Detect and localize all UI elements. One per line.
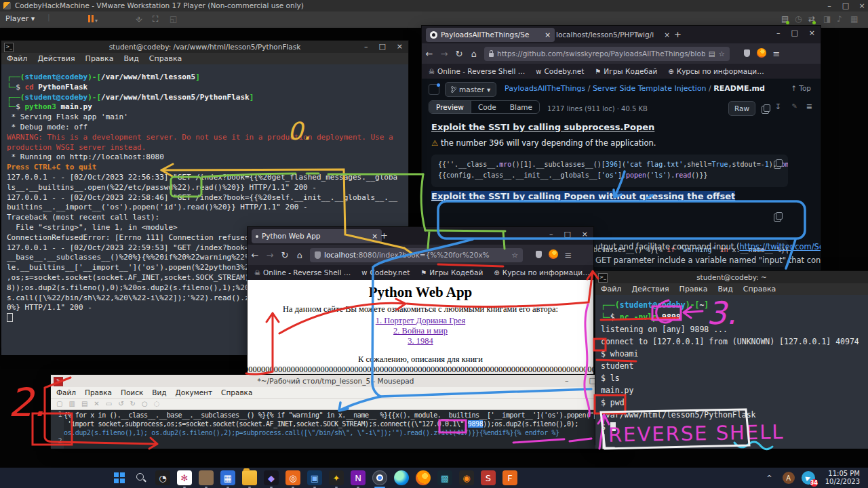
- tab-python-web-app[interactable]: Python Web App ×: [252, 229, 382, 243]
- minimize-button[interactable]: –: [364, 41, 368, 53]
- menu-item[interactable]: Вид: [123, 53, 138, 64]
- breadcrumb-folder[interactable]: Server Side Template Injection: [593, 84, 707, 93]
- bookmark-item[interactable]: wCodeby.net: [536, 67, 584, 75]
- ctrl-alt-del-icon[interactable]: ⎀: [136, 14, 142, 24]
- toolbar-icon[interactable]: ▥: [68, 399, 75, 409]
- bookmark-star-icon[interactable]: ☆: [719, 49, 725, 58]
- forward-button[interactable]: →: [437, 49, 452, 59]
- player-menu[interactable]: Player ▾: [5, 14, 35, 23]
- back-button[interactable]: ←: [422, 49, 437, 59]
- edit-icon[interactable]: ✎: [792, 102, 797, 110]
- tab-blame[interactable]: Blame: [503, 101, 539, 113]
- maximize-button[interactable]: □: [378, 41, 385, 53]
- menu-item[interactable]: Вид: [717, 283, 732, 295]
- mousepad-titlebar[interactable]: ✎ *~/Рабочий стол/tmp_lesson_5 - Mousepa…: [51, 375, 620, 387]
- book-link-3[interactable]: 3. 1984: [408, 336, 433, 346]
- s-app-icon[interactable]: S: [481, 470, 496, 485]
- close-button[interactable]: ×: [397, 41, 403, 53]
- back-to-top-link[interactable]: ↑ Top: [791, 84, 811, 92]
- menu-item[interactable]: Действия: [631, 283, 669, 295]
- menu-item[interactable]: Справка: [221, 387, 252, 398]
- bookmark-item[interactable]: wCodeby.net: [361, 268, 410, 277]
- download-icon[interactable]: ↧: [775, 102, 781, 111]
- url-bar[interactable]: https://github.com/swisskyrepo/PayloadsA…: [484, 47, 730, 61]
- heading-popen-no-offset[interactable]: Exploit the SSTI by calling Popen withou…: [431, 191, 735, 201]
- menu-item[interactable]: Файл: [601, 283, 621, 295]
- vm-clock-status-icon[interactable]: ◷: [795, 14, 802, 24]
- vm-sound-status-icon[interactable]: ♪: [837, 14, 842, 24]
- tracking-shield-icon[interactable]: [739, 49, 754, 59]
- chrome-icon[interactable]: [372, 470, 387, 485]
- menu-item[interactable]: Справка: [743, 283, 776, 295]
- hamburger-menu-icon[interactable]: ≡: [561, 250, 576, 260]
- tray-chevron-icon[interactable]: ^: [766, 474, 772, 482]
- url-bar[interactable]: localhost:8080/index?book={%%20for%20x% …: [310, 248, 523, 262]
- toolbar-icon[interactable]: ▭: [106, 399, 112, 409]
- bookmark-star-icon[interactable]: ☆: [512, 251, 518, 259]
- bookmark-item[interactable]: ⊕Курсы по информаци…: [494, 268, 589, 277]
- menu-item[interactable]: Правка: [679, 283, 708, 295]
- pause-vm-button[interactable]: ▾: [88, 15, 98, 24]
- tab-localhost-phptwig[interactable]: localhost/lesson5/PHPTwig/i ×: [552, 28, 674, 42]
- slack-app-icon[interactable]: ✻: [177, 470, 192, 485]
- bookmark-item[interactable]: ☠Online - Reverse Shell …: [429, 67, 525, 75]
- tray-app-icon[interactable]: A: [783, 472, 795, 484]
- copy-code-icon[interactable]: [774, 211, 781, 224]
- toolbar-icon[interactable]: ✕: [94, 399, 99, 409]
- breadcrumb-repo[interactable]: PayloadsAllTheThings: [505, 84, 585, 93]
- tab-close-icon[interactable]: ×: [545, 28, 551, 42]
- minimize-button[interactable]: –: [565, 375, 569, 387]
- menu-item[interactable]: Правка: [85, 387, 112, 398]
- unity-icon[interactable]: ◱: [170, 14, 177, 24]
- menu-item[interactable]: Правка: [85, 53, 114, 64]
- close-button[interactable]: ×: [857, 1, 867, 11]
- portrait-app-icon[interactable]: [199, 470, 214, 485]
- host-clock[interactable]: 11:05 PM 10/2/2023: [825, 470, 860, 486]
- maximize-button[interactable]: □: [564, 230, 570, 239]
- minimize-button[interactable]: –: [825, 1, 834, 11]
- firefox-account-icon[interactable]: [546, 249, 561, 261]
- menu-item[interactable]: Файл: [7, 53, 27, 64]
- start-button[interactable]: [112, 470, 127, 485]
- back-button[interactable]: ←: [248, 250, 262, 260]
- maximize-button[interactable]: □: [791, 28, 797, 37]
- close-button[interactable]: ×: [809, 28, 815, 37]
- photos-app-icon[interactable]: ▩: [437, 470, 452, 485]
- new-tab-button[interactable]: +: [380, 230, 388, 241]
- reload-button[interactable]: ↻: [277, 250, 292, 260]
- toolbar-icon[interactable]: ◌: [154, 399, 160, 409]
- menu-item[interactable]: Вид: [152, 387, 166, 398]
- bookmark-item[interactable]: ⚑Игры Кодебай: [595, 67, 657, 75]
- tab-code[interactable]: Code: [471, 101, 503, 113]
- terminal2-output[interactable]: ┌──(student@codeby)-[~]└─$ nc -nvlp 9898…: [595, 295, 868, 449]
- copy-raw-icon[interactable]: [762, 104, 769, 117]
- fullscreen-icon[interactable]: ⛶: [153, 14, 158, 24]
- vm-network-status-icon[interactable]: ⇄: [808, 14, 815, 24]
- twitter-link[interactable]: https://twitter.com/SecGus: [739, 242, 821, 251]
- book-link-2[interactable]: 2. Война и мир: [393, 326, 448, 336]
- tab-payloadsallthethings[interactable]: PayloadsAllTheThings/Se ×: [426, 28, 555, 42]
- branch-selector[interactable]: master▾: [445, 82, 496, 97]
- new-tab-button[interactable]: +: [674, 29, 682, 39]
- fl-app-icon[interactable]: ◉: [459, 470, 474, 485]
- maximize-button[interactable]: □: [841, 1, 850, 11]
- bookmark-item[interactable]: ☠Online - Reverse Shell …: [254, 268, 351, 277]
- vbox-app-icon[interactable]: ▣: [307, 470, 322, 485]
- bookmark-item[interactable]: ⚑Игры Кодебай: [420, 268, 483, 277]
- minimize-button[interactable]: –: [549, 230, 553, 239]
- edge-icon[interactable]: [394, 470, 409, 485]
- editor-text[interactable]: {% for x in ().__class__.__base__.__subc…: [64, 410, 620, 449]
- file-tree-icon[interactable]: [429, 84, 439, 95]
- toolbar-icon[interactable]: ↻: [130, 399, 136, 409]
- raw-button[interactable]: Raw: [728, 101, 755, 116]
- toolbar-icon[interactable]: ▤: [81, 399, 87, 409]
- hamburger-menu-icon[interactable]: ≡: [769, 49, 784, 59]
- close-button[interactable]: ×: [582, 230, 588, 239]
- f-app-icon[interactable]: F: [502, 470, 517, 485]
- firefox-account-icon[interactable]: [754, 48, 769, 60]
- menu-item[interactable]: Действия: [37, 53, 75, 64]
- menu-item[interactable]: Справка: [149, 53, 182, 64]
- reader-mode-icon[interactable]: ▤: [709, 49, 715, 58]
- explorer-icon[interactable]: [242, 470, 257, 485]
- mousepad-editor[interactable]: 12 {% for x in ().__class__.__base__.__s…: [51, 410, 620, 449]
